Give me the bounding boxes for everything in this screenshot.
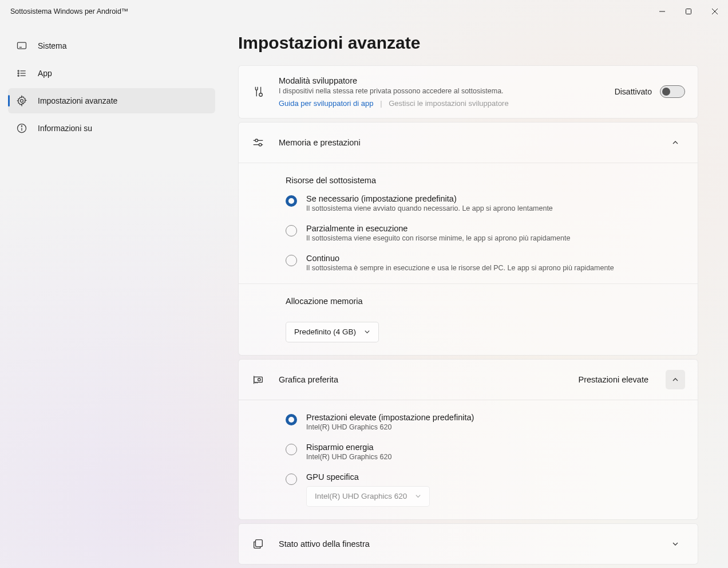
- svg-rect-4: [18, 42, 26, 49]
- radio-desc: Intel(R) UHD Graphics 620: [306, 423, 474, 431]
- window-title: Sottosistema Windows per Android™: [10, 7, 128, 15]
- activewindow-title: Stato attivo della finestra: [279, 539, 652, 549]
- maximize-button[interactable]: [675, 2, 702, 21]
- devmode-title: Modalità sviluppatore: [279, 76, 601, 85]
- svg-rect-26: [255, 539, 262, 546]
- svg-point-8: [18, 73, 19, 74]
- chevron-down-icon: [672, 541, 679, 547]
- graphics-current-value: Prestazioni elevate: [578, 375, 648, 384]
- expand-button[interactable]: [666, 534, 685, 554]
- card-header-active-window[interactable]: Stato attivo della finestra: [239, 524, 698, 564]
- radio-option-specific-gpu[interactable]: GPU specifica Intel(R) UHD Graphics 620: [286, 472, 685, 507]
- gpu-select-dropdown: Intel(R) UHD Graphics 620: [306, 486, 430, 507]
- radio-input[interactable]: [286, 444, 297, 455]
- gear-icon: [16, 95, 27, 107]
- memory-title: Memoria e prestazioni: [279, 138, 652, 147]
- window-controls: [649, 2, 728, 21]
- radio-input[interactable]: [286, 474, 297, 485]
- svg-rect-1: [686, 9, 691, 14]
- radio-label: GPU specifica: [306, 472, 430, 482]
- card-memory-performance: Memoria e prestazioni Risorse del sottos…: [238, 122, 698, 356]
- radio-input[interactable]: [286, 195, 297, 207]
- sidebar-item-advanced[interactable]: Impostazioni avanzate: [8, 88, 215, 113]
- sidebar-item-about[interactable]: Informazioni su: [8, 116, 215, 141]
- radio-label: Risparmio energia: [306, 443, 391, 452]
- radio-input[interactable]: [286, 225, 297, 236]
- memory-allocation-dropdown[interactable]: Predefinito (4 GB): [286, 322, 379, 342]
- radio-input[interactable]: [286, 255, 297, 266]
- radio-input[interactable]: [286, 414, 297, 425]
- sidebar-item-system[interactable]: Sistema: [8, 33, 215, 58]
- chevron-down-icon: [415, 493, 421, 499]
- collapse-button[interactable]: [666, 370, 685, 389]
- radio-desc: Intel(R) UHD Graphics 620: [306, 453, 391, 461]
- radio-option-partial[interactable]: Parzialmente in esecuzione Il sottosiste…: [286, 224, 685, 242]
- collapse-button[interactable]: [666, 133, 685, 152]
- card-graphics: Grafica preferita Prestazioni elevate Pr…: [238, 359, 698, 520]
- devmode-toggle[interactable]: [660, 85, 685, 98]
- card-header-memory[interactable]: Memoria e prestazioni: [239, 123, 698, 163]
- main-content: Impostazioni avanzate Modalità sviluppat…: [223, 23, 728, 568]
- list-icon: [16, 68, 27, 79]
- card-active-window-state: Stato attivo della finestra: [238, 523, 698, 565]
- radio-option-as-needed[interactable]: Se necessario (impostazione predefinita)…: [286, 194, 685, 212]
- radio-label: Parzialmente in esecuzione: [306, 224, 570, 233]
- svg-point-22: [258, 378, 261, 381]
- chevron-up-icon: [672, 139, 679, 146]
- dropdown-value: Intel(R) UHD Graphics 620: [315, 492, 407, 500]
- sidebar-item-label: Sistema: [38, 41, 67, 50]
- svg-point-15: [21, 126, 22, 127]
- devmode-desc: I dispositivi nella stessa rete privata …: [279, 86, 601, 97]
- svg-point-12: [21, 100, 23, 102]
- page-title: Impostazioni avanzate: [238, 33, 698, 53]
- radio-label: Se necessario (impostazione predefinita): [306, 194, 553, 203]
- sidebar: Sistema App Impostazioni avanzate Inform…: [0, 23, 223, 568]
- allocation-subtitle: Allocazione memoria: [286, 297, 685, 306]
- link-manage-dev-settings: Gestisci le impostazioni sviluppatore: [389, 99, 509, 108]
- card-header-graphics[interactable]: Grafica preferita Prestazioni elevate: [239, 360, 698, 400]
- radio-desc: Il sottosistema è sempre in esecuzione e…: [306, 264, 614, 272]
- sliders-icon: [251, 136, 265, 149]
- chevron-up-icon: [672, 376, 679, 383]
- radio-option-high-performance[interactable]: Prestazioni elevate (impostazione predef…: [286, 413, 685, 431]
- svg-point-10: [18, 75, 19, 76]
- svg-point-6: [18, 70, 19, 72]
- titlebar: Sottosistema Windows per Android™: [0, 0, 728, 23]
- tools-icon: [251, 85, 265, 98]
- info-icon: [16, 123, 27, 134]
- link-dev-guide[interactable]: Guida per sviluppatori di app: [279, 99, 374, 108]
- window-stack-icon: [251, 538, 265, 550]
- sidebar-item-label: Impostazioni avanzate: [38, 96, 117, 105]
- link-separator: |: [380, 99, 382, 108]
- dropdown-value: Predefinito (4 GB): [294, 328, 356, 336]
- radio-option-continuous[interactable]: Continuo Il sottosistema è sempre in ese…: [286, 254, 685, 272]
- graphics-title: Grafica preferita: [279, 375, 564, 384]
- sidebar-item-label: Informazioni su: [38, 124, 92, 133]
- gpu-icon: [251, 373, 265, 386]
- radio-label: Continuo: [306, 254, 614, 263]
- radio-desc: Il sottosistema viene avviato quando nec…: [306, 204, 553, 212]
- sidebar-item-apps[interactable]: App: [8, 61, 215, 86]
- svg-point-16: [259, 93, 263, 97]
- display-icon: [16, 40, 27, 52]
- radio-label: Prestazioni elevate (impostazione predef…: [306, 413, 474, 422]
- resources-subtitle: Risorse del sottosistema: [286, 176, 685, 185]
- chevron-down-icon: [364, 329, 370, 335]
- radio-desc: Il sottosistema viene eseguito con risor…: [306, 234, 570, 242]
- card-developer-mode: Modalità sviluppatore I dispositivi nell…: [238, 65, 698, 119]
- minimize-button[interactable]: [649, 2, 675, 21]
- close-button[interactable]: [702, 2, 728, 21]
- svg-point-18: [255, 139, 258, 142]
- toggle-state-label: Disattivato: [615, 87, 652, 96]
- radio-option-power-saving[interactable]: Risparmio energia Intel(R) UHD Graphics …: [286, 443, 685, 461]
- sidebar-item-label: App: [38, 69, 52, 78]
- svg-point-20: [259, 143, 262, 146]
